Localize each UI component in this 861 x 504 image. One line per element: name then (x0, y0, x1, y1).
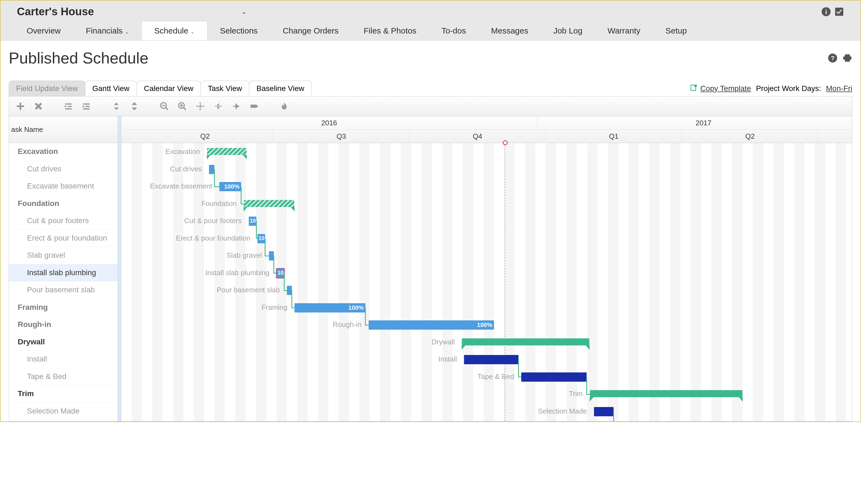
nav-tab-setup[interactable]: Setup (653, 21, 699, 40)
gantt-row: Selection Made (121, 403, 852, 420)
prev-icon[interactable] (213, 101, 224, 112)
task-row[interactable]: Selection Made (9, 403, 118, 420)
gantt-row: Drywall (121, 333, 852, 351)
view-tab-baseline-view[interactable]: Baseline View (249, 81, 312, 96)
gantt-bar-percent: 10 (259, 235, 264, 241)
gantt-row-label: Rough-in (121, 316, 366, 333)
view-tab-task-view[interactable]: Task View (201, 81, 249, 96)
view-tab-calendar-view[interactable]: Calendar View (137, 81, 201, 96)
nav-tab-warranty[interactable]: Warranty (595, 21, 653, 40)
timeline-quarter: Q2 (137, 130, 273, 143)
task-row[interactable]: Excavation (9, 143, 118, 161)
nav-tab-messages[interactable]: Messages (478, 21, 541, 40)
gantt-row-label: Framing (121, 299, 292, 316)
nav-tab-schedule[interactable]: Schedule⌄ (141, 21, 207, 40)
nav-tab-files-photos[interactable]: Files & Photos (351, 21, 429, 40)
gantt-row: Erect & pour foundation10 (121, 230, 852, 247)
task-row[interactable]: Cut & pour footers (9, 212, 118, 230)
timeline-quarter: Q4 (410, 130, 546, 143)
task-row[interactable]: Trim (9, 385, 118, 403)
gantt-row: Pour basement slab (121, 282, 852, 299)
gantt-row: Trim (121, 385, 852, 403)
gantt-toolbar (9, 96, 852, 116)
task-row[interactable]: Rough-in (9, 316, 118, 333)
gantt-bar[interactable] (462, 338, 589, 345)
gantt-bar[interactable] (590, 390, 742, 397)
collapse-icon[interactable] (111, 101, 122, 112)
gantt-row-label: Install slab plumbing (121, 264, 274, 282)
nav-tab-to-dos[interactable]: To-dos (429, 21, 478, 40)
work-days-link[interactable]: Mon-Fri (826, 84, 852, 93)
nav-tab-selections[interactable]: Selections (207, 21, 270, 40)
page-title: Published Schedule (9, 49, 149, 67)
gantt-row: Framing100% (121, 299, 852, 316)
zoom-out-icon[interactable] (159, 101, 170, 112)
expand-icon[interactable] (129, 101, 140, 112)
gantt-bar[interactable] (521, 372, 587, 382)
gantt-bar[interactable]: 100% (369, 321, 494, 330)
column-splitter[interactable] (118, 116, 121, 421)
indent-icon[interactable] (81, 101, 92, 112)
timeline-quarter: Q1 (546, 130, 682, 143)
gantt-row-label: Pour basement slab (121, 282, 284, 299)
svg-text:?: ? (831, 54, 835, 61)
gantt-row: Tape & Bed (121, 368, 852, 385)
task-row[interactable]: Install (9, 420, 118, 421)
gantt-row: Cut & pour footers10 (121, 212, 852, 230)
view-tab-field-update-view: Field Update View (9, 81, 85, 96)
gantt-bar[interactable] (207, 148, 247, 155)
task-row[interactable]: Foundation (9, 195, 118, 213)
gantt-row-label: Foundation (121, 195, 241, 213)
gantt-bar[interactable] (594, 407, 614, 416)
help-icon[interactable]: ? (828, 53, 837, 63)
info-icon[interactable] (821, 7, 831, 17)
task-row[interactable]: Framing (9, 299, 118, 316)
task-row[interactable]: Install slab plumbing (9, 264, 118, 282)
gantt-bar[interactable]: 100% (219, 182, 241, 191)
tag-icon[interactable] (249, 101, 260, 112)
gantt-bar[interactable] (464, 355, 519, 364)
nav-tab-overview[interactable]: Overview (14, 21, 73, 40)
gantt-row-label: Install (121, 420, 614, 421)
gantt-row-label: Install (121, 351, 461, 368)
gantt-row-label: Excavation (121, 143, 204, 161)
task-row[interactable]: Erect & pour foundation (9, 230, 118, 247)
project-title-dropdown[interactable]: ⌄ (241, 8, 247, 15)
gantt-row: Slab gravel (121, 247, 852, 264)
gantt-row-label: Slab gravel (121, 247, 266, 264)
gantt-row-label: Cut drives (121, 161, 206, 178)
task-row[interactable]: Tape & Bed (9, 368, 118, 385)
move-icon[interactable] (195, 101, 206, 112)
nav-tab-financials[interactable]: Financials⌄ (73, 21, 141, 40)
nav-tab-change-orders[interactable]: Change Orders (270, 21, 351, 40)
task-row[interactable]: Pour basement slab (9, 282, 118, 299)
gantt-row-label: Excavate basement (121, 178, 217, 195)
task-row[interactable]: Slab gravel (9, 247, 118, 264)
outdent-icon[interactable] (63, 101, 74, 112)
task-name-header: ask Name (9, 116, 118, 143)
zoom-in-icon[interactable] (177, 101, 188, 112)
gantt-row-label: Tape & Bed (121, 368, 519, 385)
task-row[interactable]: Excavate basement (9, 178, 118, 195)
delete-icon[interactable] (33, 101, 44, 112)
gantt-bar[interactable]: 100% (295, 303, 365, 312)
print-icon[interactable] (843, 53, 852, 63)
gantt-row: Cut drives (121, 161, 852, 178)
gantt-row: Rough-in100% (121, 316, 852, 333)
task-row[interactable]: Cut drives (9, 161, 118, 178)
add-icon[interactable] (15, 101, 26, 112)
gantt-row: Excavation (121, 143, 852, 161)
next-icon[interactable] (231, 101, 242, 112)
task-row[interactable]: Drywall (9, 333, 118, 351)
check-icon[interactable] (834, 7, 844, 17)
view-tab-gantt-view[interactable]: Gantt View (85, 81, 137, 96)
flame-icon[interactable] (279, 101, 290, 112)
chevron-down-icon: ⌄ (190, 29, 194, 35)
gantt-bar[interactable] (244, 200, 294, 207)
copy-template-link[interactable]: Copy Template (690, 83, 751, 93)
work-days-label: Project Work Days: (756, 84, 821, 93)
gantt-row: Install (121, 351, 852, 368)
gantt-row-label: Drywall (121, 333, 459, 351)
task-row[interactable]: Install (9, 351, 118, 368)
nav-tab-job-log[interactable]: Job Log (541, 21, 595, 40)
